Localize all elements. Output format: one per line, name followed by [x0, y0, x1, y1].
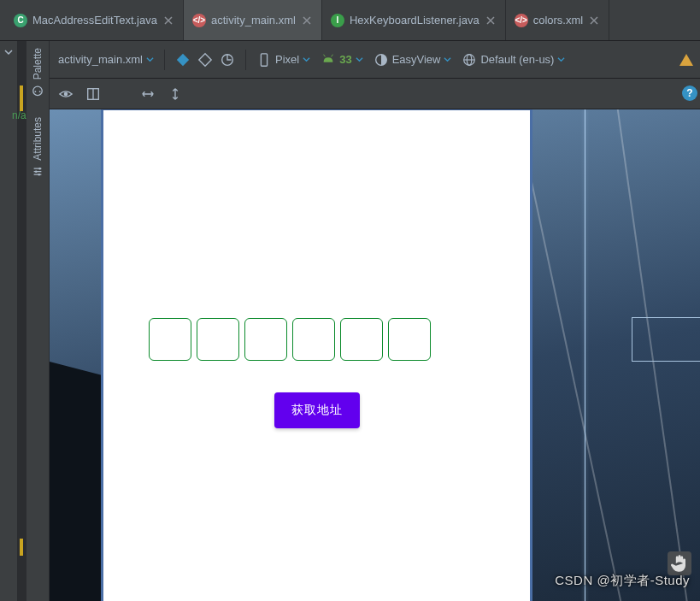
- mac-segment-input[interactable]: [197, 318, 239, 361]
- chevron-down-icon: [557, 53, 565, 66]
- svg-point-3: [38, 174, 40, 176]
- device-dropdown[interactable]: Pixel: [253, 52, 314, 68]
- android-icon: [321, 52, 336, 68]
- mac-segment-input[interactable]: [292, 318, 335, 361]
- tab-label: HexKeyboardListener.java: [350, 14, 479, 27]
- palette-icon: [32, 85, 44, 97]
- svg-point-0: [33, 86, 43, 96]
- hand-icon: [668, 551, 691, 575]
- split-view-icon[interactable]: [85, 86, 101, 102]
- design-canvas[interactable]: 获取地址 CSDN @初学者-Study: [50, 109, 700, 601]
- editor-tab[interactable]: </> colors.xml: [506, 0, 610, 40]
- warning-icon: [678, 51, 695, 68]
- chevron-down-icon: [4, 48, 13, 56]
- svg-point-1: [39, 91, 41, 92]
- chevron-down-icon: [444, 53, 451, 66]
- close-icon[interactable]: [301, 15, 313, 27]
- editor-tabbar: C MacAddressEditText.java </> activity_m…: [0, 0, 700, 41]
- help-button[interactable]: ?: [682, 85, 697, 101]
- tab-label: activity_main.xml: [211, 14, 296, 27]
- locale-dropdown[interactable]: Default (en-us): [458, 52, 568, 68]
- svg-point-2: [35, 91, 37, 92]
- vcs-edit-marks: [20, 41, 32, 601]
- designer-subtoolbar: ?: [50, 79, 700, 109]
- svg-line-8: [324, 54, 326, 56]
- mac-segment-input[interactable]: [149, 318, 191, 361]
- mac-segment-input[interactable]: [340, 318, 383, 361]
- phone-icon: [256, 52, 272, 68]
- palette-label: Palette: [32, 48, 44, 80]
- theme-icon: [374, 52, 389, 68]
- blueprint-preview-surface[interactable]: [585, 109, 700, 601]
- file-path-column: n/a: [17, 41, 26, 601]
- file-dropdown[interactable]: activity_main.xml: [55, 53, 157, 66]
- class-file-icon: C: [14, 14, 27, 27]
- attributes-label: Attributes: [32, 117, 44, 161]
- main-area: n/a Palette Attributes activity_main.xml: [0, 41, 700, 601]
- editor-tab[interactable]: C MacAddressEditText.java: [5, 0, 184, 40]
- tab-label: MacAddressEditText.java: [32, 14, 157, 27]
- expand-horizontal-icon[interactable]: [140, 86, 156, 102]
- svg-rect-7: [261, 53, 267, 65]
- mac-segment-input[interactable]: [244, 318, 287, 361]
- designer-toolbar: activity_main.xml Pixel 33: [50, 41, 700, 79]
- layout-designer: activity_main.xml Pixel 33: [50, 41, 700, 601]
- warnings-button[interactable]: [678, 51, 695, 68]
- interface-file-icon: I: [331, 14, 344, 27]
- close-icon[interactable]: [162, 15, 174, 27]
- locale-label: Default (en-us): [480, 53, 554, 66]
- blueprint-mac-input-outline: [632, 317, 700, 362]
- mac-address-input-group: [149, 318, 431, 361]
- expand-vertical-icon[interactable]: [168, 86, 183, 102]
- blueprint-surface-icon[interactable]: [197, 52, 213, 68]
- path-hint: n/a: [12, 109, 26, 121]
- editor-tab[interactable]: I HexKeyboardListener.java: [322, 0, 506, 40]
- theme-dropdown[interactable]: EasyView: [370, 52, 456, 68]
- svg-point-5: [38, 168, 41, 170]
- xml-file-icon: </>: [192, 14, 206, 27]
- svg-point-4: [35, 171, 38, 174]
- svg-point-14: [64, 91, 68, 96]
- watermark-text: CSDN @初学者-Study: [555, 573, 690, 589]
- collapse-gutter[interactable]: [0, 41, 17, 601]
- device-preview-surface[interactable]: 获取地址: [101, 109, 532, 601]
- chevron-down-icon: [303, 53, 310, 66]
- api-level-label: 33: [339, 53, 351, 66]
- xml-file-icon: </>: [515, 14, 528, 27]
- close-icon[interactable]: [485, 15, 497, 27]
- attributes-tab[interactable]: Attributes: [32, 117, 44, 178]
- svg-line-9: [332, 54, 333, 56]
- mac-segment-input[interactable]: [388, 318, 431, 361]
- orientation-icon[interactable]: [220, 52, 235, 68]
- get-address-button[interactable]: 获取地址: [274, 392, 360, 428]
- api-dropdown[interactable]: 33: [317, 52, 366, 68]
- chevron-down-icon: [356, 53, 363, 66]
- editor-tab[interactable]: </> activity_main.xml: [184, 0, 322, 40]
- current-file-label: activity_main.xml: [58, 53, 143, 66]
- close-icon[interactable]: [588, 15, 600, 27]
- chevron-down-icon: [146, 53, 154, 66]
- globe-icon: [462, 52, 477, 68]
- eye-icon[interactable]: [58, 86, 74, 102]
- theme-label: EasyView: [392, 53, 441, 66]
- palette-tab[interactable]: Palette: [32, 48, 44, 97]
- design-surface-icon[interactable]: [175, 52, 191, 68]
- device-label: Pixel: [275, 53, 299, 66]
- pan-tool-button[interactable]: [668, 551, 691, 575]
- tab-label: colors.xml: [533, 14, 584, 27]
- sliders-icon: [32, 166, 44, 178]
